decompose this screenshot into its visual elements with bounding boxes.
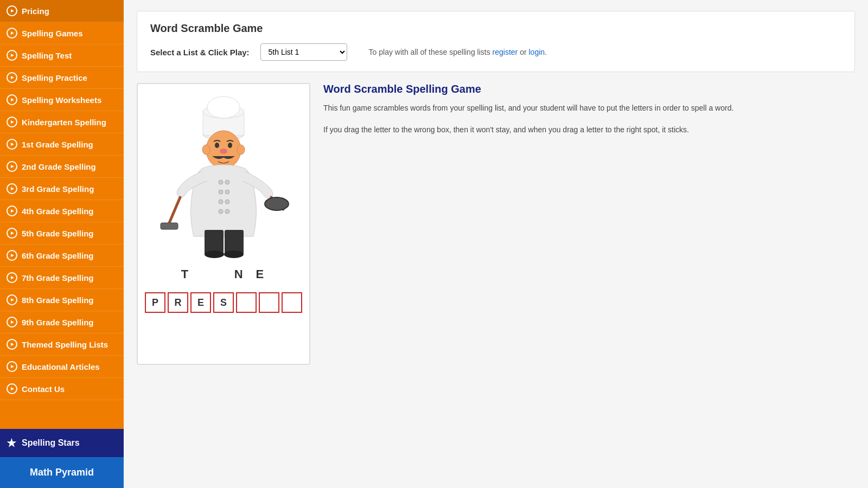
sidebar-item-label: Contact Us <box>22 384 65 394</box>
circle-play-icon <box>7 317 17 328</box>
drag-letter-R[interactable]: R <box>168 292 188 313</box>
circle-play-icon <box>7 139 17 150</box>
sidebar-item-kindergarten-spelling[interactable]: Kindergarten Spelling <box>0 111 124 133</box>
circle-play-icon <box>7 94 17 105</box>
sidebar-item-8th-grade-spelling[interactable]: 8th Grade Spelling <box>0 289 124 311</box>
sidebar-item-label: Educational Articles <box>22 362 100 371</box>
sidebar-item-contact-us[interactable]: Contact Us <box>0 378 124 400</box>
letter-T: T <box>181 267 190 281</box>
svg-point-21 <box>224 251 244 258</box>
list-select[interactable]: 5th List 1 5th List 2 5th List 3 <box>260 43 347 61</box>
sidebar-item-label: Pricing <box>22 7 49 16</box>
circle-play-icon <box>7 272 17 283</box>
svg-point-9 <box>237 145 245 155</box>
select-row: Select a List & Click Play: 5th List 1 5… <box>150 43 841 61</box>
circle-play-icon <box>7 183 17 194</box>
sidebar-item-1st-grade-spelling[interactable]: 1st Grade Spelling <box>0 133 124 156</box>
letter-E: E <box>256 267 266 281</box>
sidebar-item-spelling-games[interactable]: Spelling Games <box>0 22 124 44</box>
circle-play-icon <box>7 206 17 216</box>
game-desc-line1: This fun game scrambles words from your … <box>323 102 855 114</box>
svg-point-11 <box>219 190 223 194</box>
sidebar-item-label: 3rd Grade Spelling <box>22 184 94 194</box>
circle-play-icon <box>7 5 17 16</box>
sidebar-items: PricingSpelling GamesSpelling TestSpelli… <box>0 0 124 400</box>
sidebar-item-label: Kindergarten Spelling <box>22 118 106 127</box>
sidebar-item-spelling-worksheets[interactable]: Spelling Worksheets <box>0 89 124 111</box>
sidebar-item-themed-spelling-lists[interactable]: Themed Spelling Lists <box>0 333 124 356</box>
svg-point-10 <box>219 180 223 184</box>
circle-play-icon <box>7 339 17 350</box>
sidebar-item-9th-grade-spelling[interactable]: 9th Grade Spelling <box>0 311 124 333</box>
letter-blank1 <box>201 267 223 281</box>
sidebar-item-label: 7th Grade Spelling <box>22 273 94 282</box>
drag-letters: P R E S <box>145 292 302 313</box>
svg-point-8 <box>202 145 210 155</box>
select-label: Select a List & Click Play: <box>150 48 250 57</box>
sidebar-item-label: 9th Grade Spelling <box>22 318 94 327</box>
svg-point-16 <box>225 200 229 204</box>
circle-play-icon <box>7 383 17 394</box>
sidebar-bottom: ★ Spelling Stars Math Pyramid <box>0 429 124 488</box>
sidebar-item-label: 6th Grade Spelling <box>22 251 94 260</box>
sidebar-item-label: 5th Grade Spelling <box>22 229 94 238</box>
game-desc-line2: If you drag the letter to the wrong box,… <box>323 124 855 136</box>
sidebar-item-label: Spelling Games <box>22 29 83 38</box>
drag-letter-empty3[interactable] <box>282 292 302 313</box>
svg-point-13 <box>219 209 223 214</box>
sidebar-item-3rd-grade-spelling[interactable]: 3rd Grade Spelling <box>0 178 124 200</box>
circle-play-icon <box>7 294 17 305</box>
chef-illustration <box>148 93 299 261</box>
circle-play-icon <box>7 228 17 239</box>
sidebar-item-pricing[interactable]: Pricing <box>0 0 124 22</box>
card-title: Word Scramble Game <box>150 22 841 35</box>
drag-letter-S[interactable]: S <box>213 292 234 313</box>
drag-letter-E[interactable]: E <box>190 292 211 313</box>
sidebar-item-6th-grade-spelling[interactable]: 6th Grade Spelling <box>0 245 124 267</box>
circle-play-icon <box>7 250 17 261</box>
circle-play-icon <box>7 117 17 127</box>
spelling-stars-button[interactable]: ★ Spelling Stars <box>0 429 124 457</box>
circle-play-icon <box>7 72 17 83</box>
login-link[interactable]: login <box>529 48 545 56</box>
svg-point-14 <box>225 180 229 184</box>
game-title-desc: Word Scramble Spelling Game <box>323 83 855 95</box>
svg-point-6 <box>228 143 232 148</box>
drag-letter-P[interactable]: P <box>145 292 165 313</box>
svg-point-25 <box>265 197 289 210</box>
register-text: To play with all of these spelling lists… <box>369 48 547 56</box>
svg-rect-23 <box>161 223 178 229</box>
svg-point-20 <box>205 251 224 258</box>
sidebar-item-educational-articles[interactable]: Educational Articles <box>0 356 124 378</box>
letter-N: N <box>234 267 245 281</box>
sidebar-item-spelling-test[interactable]: Spelling Test <box>0 44 124 67</box>
drag-letter-empty2[interactable] <box>259 292 279 313</box>
star-icon: ★ <box>7 436 16 450</box>
sidebar-item-label: 8th Grade Spelling <box>22 296 94 305</box>
svg-point-17 <box>225 209 229 214</box>
sidebar-item-5th-grade-spelling[interactable]: 5th Grade Spelling <box>0 222 124 245</box>
game-card: T N E P R E S <box>137 83 310 365</box>
sidebar-item-label: Themed Spelling Lists <box>22 340 108 349</box>
sidebar-item-label: 1st Grade Spelling <box>22 140 93 149</box>
spelling-stars-label: Spelling Stars <box>22 438 80 448</box>
svg-point-3 <box>207 97 240 118</box>
svg-point-15 <box>225 190 229 194</box>
sidebar-item-label: 4th Grade Spelling <box>22 207 94 216</box>
sidebar-item-spelling-practice[interactable]: Spelling Practice <box>0 67 124 89</box>
sidebar-item-4th-grade-spelling[interactable]: 4th Grade Spelling <box>0 200 124 222</box>
svg-line-22 <box>169 197 180 223</box>
math-pyramid-button[interactable]: Math Pyramid <box>0 457 124 488</box>
sidebar-item-2nd-grade-spelling[interactable]: 2nd Grade Spelling <box>0 156 124 178</box>
math-pyramid-label: Math Pyramid <box>30 467 94 478</box>
sidebar-item-7th-grade-spelling[interactable]: 7th Grade Spelling <box>0 267 124 289</box>
drag-letter-empty1[interactable] <box>236 292 257 313</box>
circle-play-icon <box>7 361 17 372</box>
register-link[interactable]: register <box>493 48 518 56</box>
svg-point-12 <box>219 200 223 204</box>
sidebar-item-label: Spelling Test <box>22 51 72 60</box>
svg-point-7 <box>220 149 227 154</box>
game-area: T N E P R E S Word Scramb <box>137 83 855 365</box>
top-card: Word Scramble Game Select a List & Click… <box>137 11 855 72</box>
circle-play-icon <box>7 50 17 61</box>
